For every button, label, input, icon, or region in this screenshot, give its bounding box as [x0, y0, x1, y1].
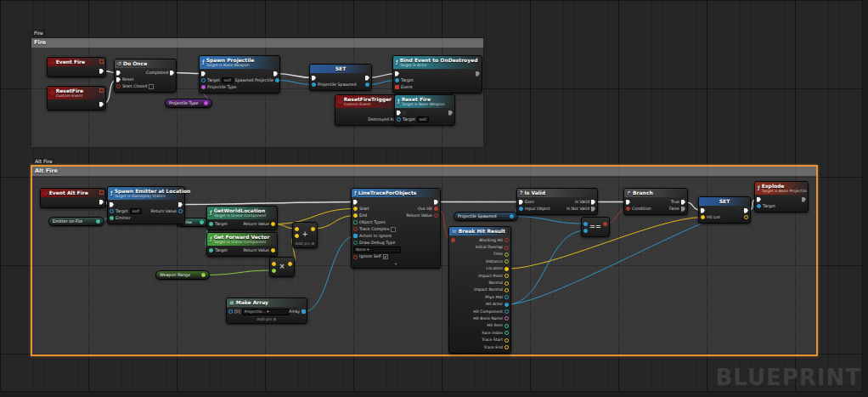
variable-pill-wrange[interactable]: Weapon Range: [155, 270, 210, 280]
checkbox[interactable]: [149, 84, 154, 89]
node-title-bar[interactable]: ↺Do Once: [115, 60, 176, 68]
node-title-bar[interactable]: ◇ResetFireCustom Event: [48, 87, 105, 99]
target-pin[interactable]: [209, 222, 213, 226]
node-setps[interactable]: SETProjectile Spawned: [309, 64, 372, 91]
self-tag[interactable]: self: [222, 77, 234, 84]
node-evalt[interactable]: ◇Event Alt Fire: [40, 188, 106, 208]
node-title-bar[interactable]: ↱Branch: [624, 189, 687, 197]
node-title-bar[interactable]: SET: [310, 65, 371, 73]
target-pin[interactable]: [110, 209, 114, 213]
execin-pin[interactable]: [397, 111, 401, 116]
node-resetfirecall[interactable]: ƒReset FireTarget is Base WeaponTargetse…: [394, 94, 455, 126]
node-add[interactable]: +Add pin ⊕: [292, 222, 318, 248]
event-pin[interactable]: [395, 85, 399, 89]
dropdown[interactable]: None ▾: [353, 247, 401, 254]
node-doonce[interactable]: ↺Do OnceCompletedResetStart Closed: [114, 59, 177, 93]
true-pin[interactable]: [681, 200, 685, 205]
self-tag[interactable]: self: [417, 116, 429, 123]
obj-pin[interactable]: [519, 207, 523, 211]
time-pin[interactable]: [504, 252, 509, 257]
execin-pin[interactable]: [757, 197, 761, 202]
target-pin[interactable]: [397, 117, 401, 122]
location-pin[interactable]: [504, 267, 509, 271]
target-pin[interactable]: [209, 248, 213, 252]
delegate-pin[interactable]: [99, 88, 104, 93]
out-pin[interactable]: [603, 222, 607, 226]
execin-pin[interactable]: [395, 71, 399, 77]
initialoverlap-pin[interactable]: [504, 246, 509, 250]
node-title-bar[interactable]: ◇Event Fire: [48, 58, 105, 66]
execin-pin[interactable]: [201, 71, 206, 77]
vin-pin[interactable]: [312, 82, 316, 87]
exec-pin[interactable]: [99, 102, 104, 107]
outhit-pin[interactable]: [434, 207, 438, 211]
execout-pin[interactable]: [273, 71, 278, 77]
node-evfire[interactable]: ◇Event Fire: [47, 57, 106, 77]
checkbox[interactable]: ✓: [383, 254, 388, 259]
e0-pin[interactable]: [228, 309, 233, 314]
rv-pin[interactable]: [271, 222, 275, 226]
out-pin[interactable]: [201, 273, 206, 277]
self-tag[interactable]: self: [130, 208, 142, 215]
add-pin-button[interactable]: Add pin ⊕: [227, 317, 307, 323]
delegate-pin[interactable]: [99, 190, 104, 195]
impactpoint-pin[interactable]: [504, 274, 509, 278]
checkbox[interactable]: [391, 227, 396, 232]
node-makearr[interactable]: ▦Make Array[0]Projectile... ▾ArrayAdd pi…: [226, 298, 307, 324]
execin-pin[interactable]: [626, 200, 630, 205]
ignore-pin[interactable]: [353, 234, 358, 238]
vertical-scrollbar[interactable]: [862, 0, 868, 392]
end-pin[interactable]: [353, 213, 358, 218]
node-spawnem[interactable]: ƒSpawn Emitter at LocationTarget is Game…: [107, 186, 185, 224]
add-pin-button[interactable]: Add pin ⊕: [293, 241, 317, 247]
rv-pin[interactable]: [434, 213, 438, 218]
variable-pill-projsp[interactable]: Projectile Spawned: [454, 212, 518, 221]
node-title-bar[interactable]: ▦Make Array: [227, 298, 307, 307]
execin-pin[interactable]: [312, 76, 316, 81]
execout-pin[interactable]: [365, 76, 369, 81]
reset-pin[interactable]: [116, 77, 121, 82]
a-pin[interactable]: [272, 262, 276, 266]
false-pin[interactable]: [681, 207, 685, 212]
horizontal-scrollbar[interactable]: [0, 391, 868, 397]
node-branch[interactable]: ↱BranchTrueConditionFalse: [623, 188, 688, 215]
b-pin[interactable]: [295, 234, 299, 238]
execout-pin[interactable]: [744, 208, 748, 213]
out-pin[interactable]: [200, 220, 204, 224]
execout-pin[interactable]: [434, 200, 438, 205]
tracestart-pin[interactable]: [504, 338, 509, 343]
node-bindev[interactable]: ƒBind Event to OnDestroyedTarget is Acto…: [392, 55, 482, 94]
completed-pin[interactable]: [170, 71, 174, 76]
node-sethl[interactable]: SETHit Loc: [698, 196, 751, 224]
cond-pin[interactable]: [626, 207, 630, 211]
objtypes-pin[interactable]: [353, 220, 358, 224]
execin-pin[interactable]: [110, 202, 114, 207]
ptype-pin[interactable]: [201, 85, 206, 89]
execout-pin[interactable]: [476, 71, 480, 77]
rv-pin[interactable]: [178, 209, 183, 213]
physmat-pin[interactable]: [504, 295, 509, 299]
execout-pin[interactable]: [802, 197, 806, 202]
ignoreself-pin[interactable]: [353, 255, 358, 259]
blueprint-graph-canvas[interactable]: FireFireAlt FireAlt Fire Projectile Type…: [0, 0, 868, 397]
delegate-pin[interactable]: [99, 60, 104, 64]
distance-pin[interactable]: [504, 259, 509, 264]
a-pin[interactable]: [583, 222, 588, 226]
hit-pin[interactable]: [451, 238, 455, 242]
variable-pill-emfire[interactable]: Emitter on Fire: [48, 217, 104, 226]
node-bhr[interactable]: ▤Break Hit ResultBlocking HitInitial Ove…: [448, 226, 511, 354]
node-title-bar[interactable]: ƒGetWorldLocationTarget is Scene Compone…: [207, 207, 277, 219]
node-lt[interactable]: ƒLineTraceForObjectsStartOut HitEndRetur…: [351, 188, 441, 269]
out-pin[interactable]: [311, 227, 315, 231]
node-title-bar[interactable]: ƒBind Event to OnDestroyedTarget is Acto…: [393, 56, 482, 69]
start-pin[interactable]: [353, 207, 358, 211]
node-title-bar[interactable]: ƒLineTraceForObjects: [352, 189, 440, 197]
spawned-pin[interactable]: [275, 78, 279, 82]
target-pin[interactable]: [395, 78, 399, 82]
hitactor-pin[interactable]: [504, 303, 509, 307]
execin-pin[interactable]: [116, 71, 121, 76]
node-explode[interactable]: ƒExplodeTarget is Base ProjectileTarget: [754, 181, 809, 213]
target-pin[interactable]: [201, 78, 206, 82]
vout-pin[interactable]: [365, 82, 369, 87]
valid-pin[interactable]: [591, 200, 595, 205]
